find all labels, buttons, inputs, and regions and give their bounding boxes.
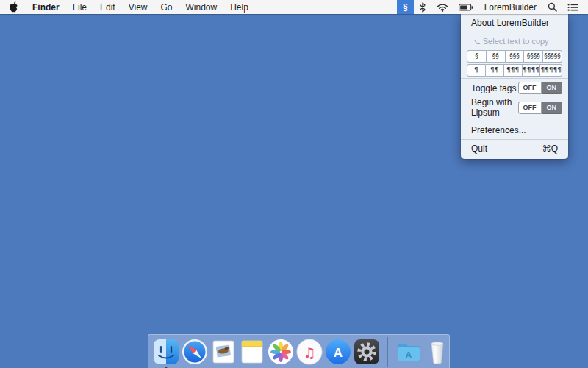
preferences-label: Preferences... [471, 125, 526, 135]
dock-item-photos[interactable] [268, 339, 294, 365]
menu-bar: Finder File Edit View Go Window Help § [0, 0, 588, 14]
section-count-selector: § §§ §§§ §§§§ §§§§§ [467, 50, 562, 63]
svg-text:A: A [334, 345, 343, 359]
menu-item-copy-hint: ⌥ Select text to copy [461, 34, 568, 49]
paragraph-count-2[interactable]: ¶¶ [486, 64, 504, 77]
applications-folder-icon: A [395, 339, 422, 365]
begin-with-lipsum-switch[interactable]: OFF ON [518, 102, 563, 114]
finder-icon [153, 339, 179, 365]
app-store-icon: A [325, 339, 351, 365]
itunes-icon: ♫ [296, 339, 323, 365]
quit-label: Quit [471, 144, 487, 154]
bluetooth-icon [419, 2, 426, 13]
dock-divider [387, 337, 388, 367]
menu-bar-left: Finder File Edit View Go Window Help [0, 0, 255, 14]
dock-item-system-preferences[interactable] [354, 339, 380, 365]
menu-view[interactable]: View [122, 0, 154, 14]
safari-icon [182, 339, 208, 365]
toggle-tags-row: Toggle tags OFF ON [461, 80, 568, 96]
begin-with-lipsum-label: Begin with Lipsum [471, 97, 518, 118]
menu-item-quit[interactable]: Quit ⌘Q [461, 141, 568, 156]
menu-bar-status-area: § LoremBuilder [397, 0, 588, 14]
dock-item-safari[interactable] [182, 339, 208, 365]
notes-icon [239, 339, 265, 365]
menu-window[interactable]: Window [179, 0, 224, 14]
toggle-off-segment[interactable]: OFF [518, 82, 542, 94]
menu-app-name[interactable]: Finder [26, 0, 66, 14]
battery-status[interactable] [453, 0, 478, 14]
paragraph-count-selector: ¶ ¶¶ ¶¶¶ ¶¶¶¶ ¶¶¶¶¶ [467, 64, 562, 77]
wifi-icon [437, 3, 448, 12]
lorembuilder-menu: About LoremBuilder ⌥ Select text to copy… [461, 14, 568, 159]
copy-hint-label: ⌥ Select text to copy [471, 36, 549, 46]
wifi-status[interactable] [431, 0, 453, 14]
dock-item-applications-folder[interactable]: A [395, 339, 422, 365]
menu-separator [461, 78, 568, 79]
menu-separator [461, 139, 568, 140]
menu-edit[interactable]: Edit [93, 0, 122, 14]
menu-separator [461, 121, 568, 121]
search-icon [548, 2, 557, 12]
toggle-on-segment[interactable]: ON [542, 102, 563, 114]
lorembuilder-menu-extra[interactable]: § [397, 0, 414, 14]
paragraph-count-5[interactable]: ¶¶¶¶¶ [540, 64, 562, 77]
section-count-5[interactable]: §§§§§ [543, 50, 562, 63]
about-label: About LoremBuilder [471, 18, 549, 28]
menu-go[interactable]: Go [154, 0, 179, 14]
dock-item-trash[interactable] [424, 339, 451, 365]
svg-text:♫: ♫ [303, 344, 315, 360]
paragraph-count-1[interactable]: ¶ [467, 64, 486, 77]
dock-item-app-store[interactable]: A [325, 339, 351, 365]
svg-text:A: A [405, 350, 412, 361]
section-count-4[interactable]: §§§§ [524, 50, 543, 63]
toggle-tags-label: Toggle tags [471, 83, 516, 93]
dock-item-notes[interactable] [239, 339, 265, 365]
notification-center[interactable] [562, 0, 584, 14]
menu-item-about[interactable]: About LoremBuilder [461, 15, 568, 30]
battery-icon [459, 4, 473, 11]
spotlight-search[interactable] [542, 0, 562, 14]
toggle-off-segment[interactable]: OFF [518, 102, 542, 114]
quit-shortcut: ⌘Q [542, 144, 558, 154]
apple-icon [9, 1, 18, 13]
notification-center-icon [567, 3, 578, 12]
menu-file[interactable]: File [66, 0, 93, 14]
toggle-tags-switch[interactable]: OFF ON [518, 82, 563, 94]
menu-help[interactable]: Help [223, 0, 255, 14]
system-preferences-icon [354, 339, 380, 365]
status-app-title[interactable]: LoremBuilder [478, 2, 542, 13]
dock: ♫ A A [148, 334, 450, 368]
bluetooth-status[interactable] [414, 0, 431, 14]
section-count-2[interactable]: §§ [487, 50, 506, 63]
menu-separator [461, 32, 568, 32]
menu-item-preferences[interactable]: Preferences... [461, 123, 568, 138]
begin-with-lipsum-row: Begin with Lipsum OFF ON [461, 96, 568, 119]
apple-menu[interactable] [0, 0, 26, 14]
paragraph-count-3[interactable]: ¶¶¶ [504, 64, 523, 77]
section-menu-extra-icon: § [403, 2, 408, 13]
dock-item-itunes[interactable]: ♫ [296, 339, 323, 365]
dock-item-preview[interactable] [210, 339, 237, 365]
paragraph-count-4[interactable]: ¶¶¶¶ [523, 64, 541, 77]
toggle-on-segment[interactable]: ON [542, 82, 563, 94]
section-count-1[interactable]: § [467, 50, 487, 63]
dock-item-finder[interactable] [153, 339, 179, 365]
photos-icon [268, 339, 294, 365]
section-count-3[interactable]: §§§ [506, 50, 525, 63]
trash-icon [424, 339, 451, 365]
preview-icon [210, 339, 237, 365]
